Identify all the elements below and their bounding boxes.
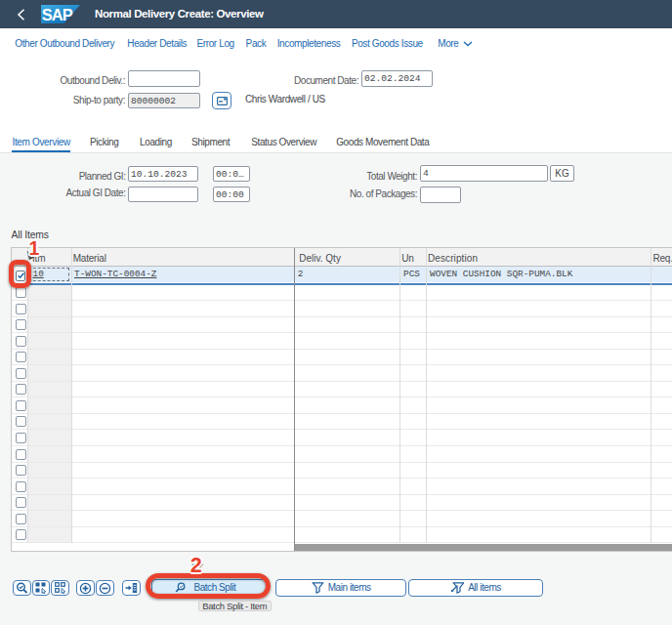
svg-text:SAP: SAP [42, 6, 73, 23]
